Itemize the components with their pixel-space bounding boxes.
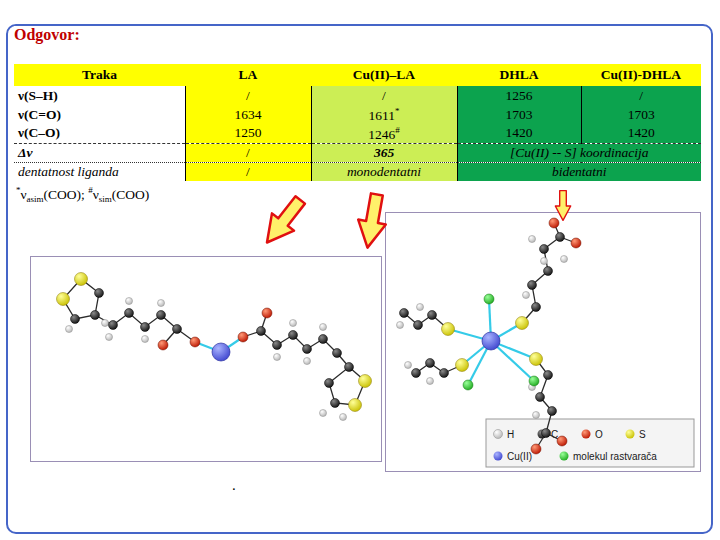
footnote-sub-sim: sim — [99, 194, 112, 204]
hydrogen-atoms — [66, 298, 347, 421]
col-header-dhla: DHLA — [457, 64, 581, 86]
legend-o-icon — [582, 430, 591, 439]
table-header-row: Traka LA Cu(II)–LA DHLA Cu(II)-DHLA — [14, 64, 701, 86]
stray-period: . — [232, 477, 236, 494]
col-header-cu-dhla: Cu(II)-DHLA — [581, 64, 701, 86]
cell-cu-la: / — [311, 86, 457, 105]
row-label: ν(C=O) — [14, 105, 185, 124]
wavenumber: 1246 — [368, 126, 395, 141]
col-header-traka: Traka — [14, 64, 185, 86]
legend-label-cu: Cu(II) — [507, 451, 532, 462]
cell-cu-la: 365 — [311, 143, 457, 162]
legend-label-s: S — [639, 429, 646, 440]
page-title: Odgovor: — [14, 26, 86, 44]
wavenumber: 1611 — [369, 107, 396, 122]
cell-cu-la: 1611* — [311, 105, 457, 124]
table-row-delta-nu: Δν / 365 [Cu(II) -- S] koordinacija — [14, 143, 701, 162]
row-label: Δν — [14, 143, 185, 162]
row-label: dentatnost liganda — [14, 162, 185, 181]
legend-label-o: O — [595, 429, 603, 440]
table-row-co-single: ν(C–O) 1250 1246# 1420 1420 — [14, 124, 701, 143]
cu-dhla-molecule-image: H C O S Cu(II) molekul rastvarača — [386, 213, 700, 471]
cell-cu-la: 1246# — [311, 124, 457, 143]
legend-label-solvent: molekul rastvarača — [573, 451, 657, 462]
legend-s-icon — [626, 430, 635, 439]
atom-color-legend: H C O S Cu(II) molekul rastvarača — [486, 419, 694, 467]
legend-cu-icon — [494, 452, 503, 461]
presentation-slide: Odgovor: Traka LA Cu(II)–LA DHLA Cu(II)-… — [0, 0, 720, 540]
copper-atom — [482, 332, 500, 350]
cell-la: / — [185, 162, 311, 181]
ir-spectra-table: Traka LA Cu(II)–LA DHLA Cu(II)-DHLA ν(S–… — [14, 64, 701, 181]
legend-label-h: H — [507, 429, 514, 440]
cell-cu-dhla: 1703 — [581, 105, 701, 124]
cell-la: / — [185, 86, 311, 105]
sim-mark: # — [395, 125, 400, 135]
cell-coordination-note: [Cu(II) -- S] koordinacija — [457, 143, 701, 162]
table-row-dentatnost: dentatnost liganda / monodentatni bident… — [14, 162, 701, 181]
copper-atom — [212, 343, 230, 361]
table-footnote: *νasim(COO); #νsim(COO) — [16, 185, 149, 204]
cell-cu-dhla: 1420 — [581, 124, 701, 143]
cell-la: / — [185, 143, 311, 162]
cell-cu-dhla: / — [581, 86, 701, 105]
legend-h-icon — [494, 430, 503, 439]
cell-dhla: 1420 — [457, 124, 581, 143]
col-header-la: LA — [185, 64, 311, 86]
cell-la: 1634 — [185, 105, 311, 124]
table-row-co-double: ν(C=O) 1634 1611* 1703 1703 — [14, 105, 701, 124]
table-row-sh: ν(S–H) / / 1256 / — [14, 86, 701, 105]
row-label: ν(C–O) — [14, 124, 185, 143]
footnote-sub-asim: asim — [27, 194, 44, 204]
legend-solvent-icon — [560, 452, 569, 461]
cell-dhla: 1256 — [457, 86, 581, 105]
asim-mark: * — [395, 106, 400, 116]
carbon-atoms — [400, 233, 565, 438]
cu-la-molecule-image — [31, 257, 381, 461]
cell-cu-la: monodentatni — [311, 162, 457, 181]
cell-dentatnost-note: bidentatni — [457, 162, 701, 181]
footnote-text: (COO); — [44, 187, 89, 202]
row-label: ν(S–H) — [14, 86, 185, 105]
footnote-text: (COO) — [112, 187, 150, 202]
cell-la: 1250 — [185, 124, 311, 143]
cell-dhla: 1703 — [457, 105, 581, 124]
col-header-cu-la: Cu(II)–LA — [311, 64, 457, 86]
cu-la-molecule-panel — [30, 256, 382, 462]
cu-dhla-molecule-panel: H C O S Cu(II) molekul rastvarača — [385, 212, 701, 472]
